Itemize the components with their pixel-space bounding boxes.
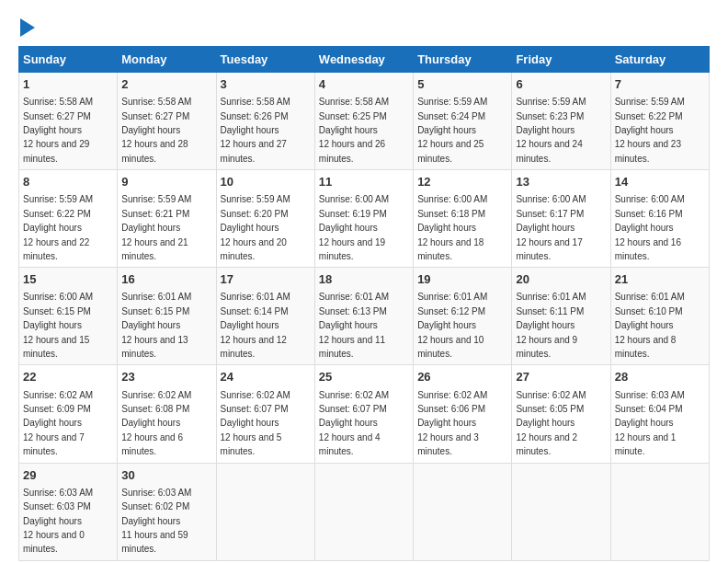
day-detail: Sunrise: 5:59 AMSunset: 6:20 PMDaylight …: [221, 194, 290, 261]
day-detail: Sunrise: 5:59 AMSunset: 6:22 PMDaylight …: [615, 97, 685, 164]
calendar-day-cell: 17Sunrise: 6:01 AMSunset: 6:14 PMDayligh…: [216, 268, 314, 365]
day-detail: Sunrise: 6:02 AMSunset: 6:07 PMDaylight …: [221, 390, 290, 457]
day-detail: Sunrise: 6:00 AMSunset: 6:16 PMDaylight …: [615, 194, 685, 261]
day-detail: Sunrise: 6:02 AMSunset: 6:08 PMDaylight …: [121, 390, 191, 457]
day-detail: Sunrise: 6:02 AMSunset: 6:06 PMDaylight …: [417, 390, 487, 457]
calendar-day-cell: 1Sunrise: 5:58 AMSunset: 6:27 PMDaylight…: [19, 73, 118, 170]
calendar-header-row: SundayMondayTuesdayWednesdayThursdayFrid…: [19, 47, 710, 73]
calendar-day-cell: 7Sunrise: 5:59 AMSunset: 6:22 PMDaylight…: [610, 73, 709, 170]
day-detail: Sunrise: 6:00 AMSunset: 6:18 PMDaylight …: [417, 194, 487, 261]
calendar-week-row: 15Sunrise: 6:00 AMSunset: 6:15 PMDayligh…: [19, 268, 710, 365]
day-number: 7: [615, 76, 705, 93]
day-number: 15: [23, 271, 113, 288]
day-number: 20: [516, 271, 606, 288]
day-detail: Sunrise: 6:02 AMSunset: 6:07 PMDaylight …: [319, 390, 389, 457]
calendar-day-cell: 24Sunrise: 6:02 AMSunset: 6:07 PMDayligh…: [216, 365, 314, 463]
day-detail: Sunrise: 6:02 AMSunset: 6:05 PMDaylight …: [516, 390, 586, 457]
day-of-week-header: Saturday: [610, 47, 709, 73]
calendar-day-cell: [512, 463, 610, 560]
day-of-week-header: Tuesday: [216, 47, 314, 73]
day-detail: Sunrise: 5:59 AMSunset: 6:22 PMDaylight …: [23, 194, 93, 261]
calendar-day-cell: 29Sunrise: 6:03 AMSunset: 6:03 PMDayligh…: [19, 463, 118, 560]
calendar-day-cell: 30Sunrise: 6:03 AMSunset: 6:02 PMDayligh…: [118, 463, 216, 560]
calendar-day-cell: 9Sunrise: 5:59 AMSunset: 6:21 PMDaylight…: [118, 170, 216, 268]
day-detail: Sunrise: 5:58 AMSunset: 6:27 PMDaylight …: [23, 97, 93, 164]
calendar-day-cell: [610, 463, 709, 560]
day-number: 30: [121, 467, 211, 484]
calendar-day-cell: 16Sunrise: 6:01 AMSunset: 6:15 PMDayligh…: [118, 268, 216, 365]
day-number: 28: [615, 369, 705, 385]
day-detail: Sunrise: 6:01 AMSunset: 6:12 PMDaylight …: [417, 292, 487, 359]
day-number: 19: [417, 271, 507, 288]
calendar-day-cell: 5Sunrise: 5:59 AMSunset: 6:24 PMDaylight…: [414, 73, 512, 170]
day-number: 27: [516, 369, 606, 385]
day-number: 13: [516, 174, 606, 190]
logo: [18, 18, 35, 37]
calendar-day-cell: 11Sunrise: 6:00 AMSunset: 6:19 PMDayligh…: [314, 170, 413, 268]
calendar-day-cell: 3Sunrise: 5:58 AMSunset: 6:26 PMDaylight…: [216, 73, 314, 170]
day-of-week-header: Monday: [118, 47, 216, 73]
day-detail: Sunrise: 6:00 AMSunset: 6:19 PMDaylight …: [319, 194, 389, 261]
page-header: [18, 18, 710, 37]
day-number: 5: [417, 76, 507, 93]
day-number: 24: [221, 369, 311, 385]
day-detail: Sunrise: 6:03 AMSunset: 6:04 PMDaylight …: [615, 390, 685, 457]
day-number: 17: [221, 271, 311, 288]
day-number: 14: [615, 174, 705, 190]
day-number: 10: [221, 174, 311, 190]
day-detail: Sunrise: 6:01 AMSunset: 6:14 PMDaylight …: [221, 292, 290, 359]
calendar-day-cell: 15Sunrise: 6:00 AMSunset: 6:15 PMDayligh…: [19, 268, 118, 365]
calendar-day-cell: 10Sunrise: 5:59 AMSunset: 6:20 PMDayligh…: [216, 170, 314, 268]
day-detail: Sunrise: 6:01 AMSunset: 6:13 PMDaylight …: [319, 292, 389, 359]
calendar-day-cell: 4Sunrise: 5:58 AMSunset: 6:25 PMDaylight…: [314, 73, 413, 170]
calendar-day-cell: 20Sunrise: 6:01 AMSunset: 6:11 PMDayligh…: [512, 268, 610, 365]
day-detail: Sunrise: 5:58 AMSunset: 6:26 PMDaylight …: [221, 97, 290, 164]
calendar-table: SundayMondayTuesdayWednesdayThursdayFrid…: [18, 46, 710, 561]
day-number: 9: [121, 174, 211, 190]
calendar-week-row: 22Sunrise: 6:02 AMSunset: 6:09 PMDayligh…: [19, 365, 710, 463]
day-detail: Sunrise: 6:03 AMSunset: 6:02 PMDaylight …: [121, 488, 191, 555]
day-number: 12: [417, 174, 507, 190]
day-number: 22: [23, 369, 113, 385]
day-detail: Sunrise: 6:00 AMSunset: 6:15 PMDaylight …: [23, 292, 93, 359]
day-number: 8: [23, 174, 113, 190]
day-number: 6: [516, 76, 606, 93]
day-number: 21: [615, 271, 705, 288]
day-detail: Sunrise: 6:02 AMSunset: 6:09 PMDaylight …: [23, 390, 93, 457]
calendar-day-cell: 8Sunrise: 5:59 AMSunset: 6:22 PMDaylight…: [19, 170, 118, 268]
day-detail: Sunrise: 5:59 AMSunset: 6:24 PMDaylight …: [417, 97, 487, 164]
calendar-day-cell: 23Sunrise: 6:02 AMSunset: 6:08 PMDayligh…: [118, 365, 216, 463]
day-number: 1: [23, 76, 113, 93]
day-number: 4: [319, 76, 409, 93]
day-detail: Sunrise: 5:59 AMSunset: 6:23 PMDaylight …: [516, 97, 586, 164]
day-of-week-header: Sunday: [19, 47, 118, 73]
calendar-day-cell: 14Sunrise: 6:00 AMSunset: 6:16 PMDayligh…: [610, 170, 709, 268]
day-detail: Sunrise: 5:58 AMSunset: 6:25 PMDaylight …: [319, 97, 389, 164]
calendar-week-row: 8Sunrise: 5:59 AMSunset: 6:22 PMDaylight…: [19, 170, 710, 268]
calendar-day-cell: 22Sunrise: 6:02 AMSunset: 6:09 PMDayligh…: [19, 365, 118, 463]
calendar-week-row: 29Sunrise: 6:03 AMSunset: 6:03 PMDayligh…: [19, 463, 710, 560]
calendar-day-cell: 19Sunrise: 6:01 AMSunset: 6:12 PMDayligh…: [414, 268, 512, 365]
day-of-week-header: Wednesday: [314, 47, 413, 73]
day-detail: Sunrise: 5:59 AMSunset: 6:21 PMDaylight …: [121, 194, 191, 261]
logo-arrow-icon: [20, 18, 35, 37]
day-number: 2: [121, 76, 211, 93]
day-detail: Sunrise: 6:01 AMSunset: 6:10 PMDaylight …: [615, 292, 685, 359]
calendar-day-cell: 27Sunrise: 6:02 AMSunset: 6:05 PMDayligh…: [512, 365, 610, 463]
day-of-week-header: Thursday: [414, 47, 512, 73]
day-detail: Sunrise: 6:03 AMSunset: 6:03 PMDaylight …: [23, 488, 93, 555]
calendar-day-cell: 26Sunrise: 6:02 AMSunset: 6:06 PMDayligh…: [414, 365, 512, 463]
day-of-week-header: Friday: [512, 47, 610, 73]
calendar-day-cell: 6Sunrise: 5:59 AMSunset: 6:23 PMDaylight…: [512, 73, 610, 170]
calendar-day-cell: 25Sunrise: 6:02 AMSunset: 6:07 PMDayligh…: [314, 365, 413, 463]
calendar-day-cell: 13Sunrise: 6:00 AMSunset: 6:17 PMDayligh…: [512, 170, 610, 268]
calendar-day-cell: [314, 463, 413, 560]
calendar-day-cell: [414, 463, 512, 560]
day-number: 26: [417, 369, 507, 385]
day-detail: Sunrise: 6:00 AMSunset: 6:17 PMDaylight …: [516, 194, 586, 261]
day-number: 11: [319, 174, 409, 190]
calendar-day-cell: 18Sunrise: 6:01 AMSunset: 6:13 PMDayligh…: [314, 268, 413, 365]
day-detail: Sunrise: 6:01 AMSunset: 6:15 PMDaylight …: [121, 292, 191, 359]
calendar-day-cell: 28Sunrise: 6:03 AMSunset: 6:04 PMDayligh…: [610, 365, 709, 463]
day-number: 25: [319, 369, 409, 385]
